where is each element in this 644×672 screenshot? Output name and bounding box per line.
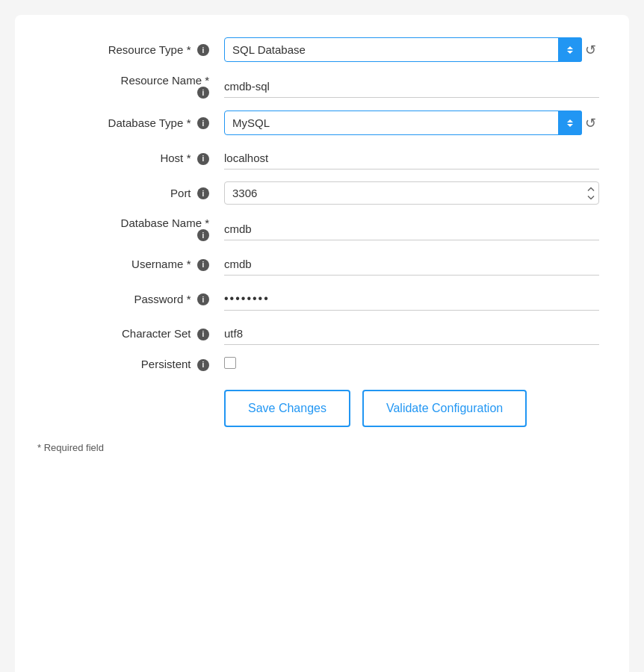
host-required: * [187, 152, 191, 164]
database-name-row: Database Name * i [30, 217, 599, 241]
persistent-input-col [224, 357, 599, 372]
required-note: * Required field [30, 442, 599, 453]
port-input-wrapper [224, 181, 599, 205]
port-spinner [586, 185, 596, 201]
username-label: Username [131, 258, 183, 270]
chevron-up-icon [587, 187, 595, 191]
persistent-info-icon[interactable]: i [197, 359, 209, 371]
username-input[interactable] [224, 253, 599, 276]
username-label-col: Username * i [30, 258, 224, 271]
form-container: Resource Type * i SQL Database NoSQL Dat… [15, 15, 629, 672]
save-changes-button[interactable]: Save Changes [224, 390, 350, 427]
database-type-required: * [187, 116, 191, 129]
database-type-label-col: Database Type * i [30, 116, 224, 130]
resource-type-select[interactable]: SQL Database NoSQL Database File Storage [224, 37, 582, 62]
port-label: Port [170, 187, 191, 199]
chevron-down-icon [587, 195, 595, 199]
persistent-label: Persistent [141, 358, 191, 370]
resource-type-select-wrapper: SQL Database NoSQL Database File Storage [224, 37, 582, 62]
database-name-input[interactable] [224, 218, 599, 240]
resource-name-label-line2: i [194, 87, 209, 99]
resource-type-required: * [187, 43, 191, 56]
port-label-col: Port i [30, 187, 224, 200]
database-type-select[interactable]: MySQL PostgreSQL MSSQL Oracle [224, 111, 582, 135]
database-name-input-col [224, 218, 599, 240]
resource-name-input[interactable] [224, 75, 599, 98]
resource-name-input-col [224, 75, 599, 98]
resource-type-refresh-button[interactable]: ↺ [582, 39, 599, 61]
username-info-icon[interactable]: i [197, 259, 209, 271]
database-name-label-col: Database Name * i [30, 217, 224, 241]
character-set-label-col: Character Set i [30, 327, 224, 340]
resource-type-info-icon[interactable]: i [197, 44, 209, 56]
resource-name-label-col: Resource Name * i [30, 74, 224, 99]
persistent-label-col: Persistent i [30, 358, 224, 371]
host-label-col: Host * i [30, 152, 224, 165]
port-row: Port i [30, 181, 599, 205]
persistent-row: Persistent i [30, 357, 599, 372]
character-set-info-icon[interactable]: i [197, 329, 209, 340]
host-input[interactable] [224, 147, 599, 169]
refresh-icon: ↺ [585, 42, 596, 58]
resource-type-label: Resource Type [108, 43, 184, 56]
buttons-col: Save Changes Validate Configuration [224, 390, 527, 427]
password-label-col: Password * i [30, 293, 224, 306]
resource-name-info-icon[interactable]: i [197, 87, 209, 99]
buttons-row: Save Changes Validate Configuration [30, 390, 599, 427]
port-input[interactable] [224, 181, 599, 205]
database-type-select-wrapper: MySQL PostgreSQL MSSQL Oracle [224, 111, 582, 135]
chevron-updown-icon2 [566, 118, 575, 128]
chevron-updown-icon [566, 45, 575, 55]
password-row: Password * i [30, 287, 599, 311]
character-set-label: Character Set [122, 327, 191, 340]
host-input-col [224, 147, 599, 169]
resource-name-label-line1: Resource Name * [121, 74, 209, 87]
refresh-icon2: ↺ [585, 115, 596, 131]
port-up-arrow[interactable] [586, 185, 596, 193]
validate-configuration-button[interactable]: Validate Configuration [362, 390, 527, 427]
resource-type-dropdown-arrow[interactable] [558, 37, 582, 62]
resource-type-row: Resource Type * i SQL Database NoSQL Dat… [30, 37, 599, 62]
resource-type-label-col: Resource Type * i [30, 43, 224, 57]
database-type-refresh-button[interactable]: ↺ [582, 112, 599, 134]
password-label: Password [134, 293, 183, 305]
database-name-label-line2: i [194, 229, 209, 241]
database-type-input-col: MySQL PostgreSQL MSSQL Oracle [224, 111, 582, 135]
database-type-row: Database Type * i MySQL PostgreSQL MSSQL… [30, 111, 599, 135]
username-input-col [224, 253, 599, 276]
password-input[interactable] [224, 287, 599, 311]
password-required: * [187, 293, 191, 305]
username-required: * [187, 258, 191, 270]
character-set-row: Character Set i [30, 323, 599, 345]
persistent-checkbox[interactable] [224, 357, 236, 369]
port-info-icon[interactable]: i [197, 187, 209, 199]
character-set-input[interactable] [224, 323, 599, 345]
password-input-col [224, 287, 599, 311]
port-down-arrow[interactable] [586, 193, 596, 201]
database-type-info-icon[interactable]: i [197, 117, 209, 129]
username-row: Username * i [30, 253, 599, 276]
password-info-icon[interactable]: i [197, 293, 209, 305]
host-label: Host [160, 152, 183, 164]
resource-type-input-col: SQL Database NoSQL Database File Storage [224, 37, 582, 62]
host-info-icon[interactable]: i [197, 153, 209, 165]
character-set-input-col [224, 323, 599, 345]
database-name-label-line1: Database Name * [121, 217, 209, 229]
database-name-info-icon[interactable]: i [197, 229, 209, 241]
host-row: Host * i [30, 147, 599, 169]
resource-name-row: Resource Name * i [30, 74, 599, 99]
database-type-dropdown-arrow[interactable] [558, 111, 582, 135]
port-input-col [224, 181, 599, 205]
database-type-label: Database Type [108, 116, 184, 129]
